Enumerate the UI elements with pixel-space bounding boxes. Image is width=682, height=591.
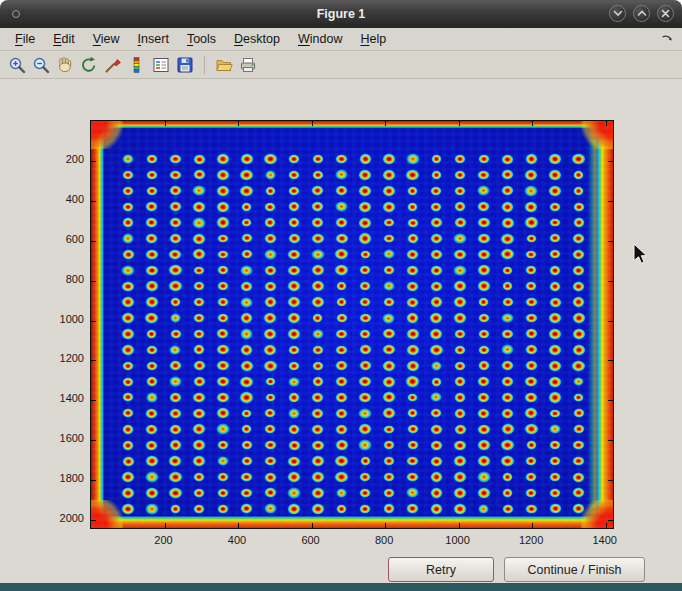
- heat-dot: [241, 409, 252, 419]
- heat-dot: [454, 361, 466, 371]
- heat-dot: [501, 217, 515, 229]
- heat-corner-bottom-left: [91, 500, 123, 528]
- heat-dot: [572, 487, 585, 498]
- heat-dot: [335, 233, 349, 245]
- heat-dot: [430, 249, 443, 260]
- heat-dot: [430, 392, 442, 402]
- heat-dot: [525, 504, 538, 515]
- heat-dot: [454, 329, 465, 339]
- heat-dot: [312, 154, 324, 164]
- heat-dot: [263, 344, 277, 356]
- heat-dot: [572, 249, 585, 260]
- heat-dot: [121, 487, 135, 498]
- heat-dot: [405, 375, 420, 387]
- heat-dot: [477, 376, 490, 387]
- heat-dot: [334, 471, 349, 483]
- heat-dot: [217, 456, 229, 466]
- heat-dot: [477, 439, 491, 451]
- heat-dot: [311, 392, 324, 403]
- heat-dot: [193, 376, 206, 387]
- open-folder-icon[interactable]: [213, 54, 235, 76]
- heat-dot: [572, 456, 585, 467]
- heat-dot: [525, 250, 537, 260]
- heat-dot: [430, 186, 442, 196]
- heat-dot: [572, 472, 585, 483]
- heat-dot: [122, 154, 133, 164]
- heat-dot: [525, 328, 538, 339]
- zoom-in-icon[interactable]: [6, 54, 28, 76]
- print-icon[interactable]: [237, 54, 259, 76]
- heat-dot: [383, 472, 395, 482]
- heat-dot: [121, 281, 135, 292]
- heat-dot: [169, 345, 181, 355]
- heat-dot: [192, 248, 207, 260]
- heat-dot: [311, 424, 324, 435]
- maximize-button[interactable]: [633, 5, 650, 22]
- minimize-button[interactable]: [609, 5, 626, 22]
- close-button[interactable]: [657, 5, 674, 22]
- pan-hand-icon[interactable]: [54, 54, 76, 76]
- heat-dot: [358, 408, 372, 420]
- heat-dot: [359, 504, 371, 514]
- brush-icon[interactable]: [102, 54, 124, 76]
- heat-dot: [454, 345, 466, 355]
- heat-dot: [217, 250, 229, 260]
- menu-file[interactable]: File: [6, 30, 44, 48]
- heat-dot: [287, 296, 301, 308]
- heat-dot: [264, 440, 277, 451]
- zoom-out-icon[interactable]: [30, 54, 52, 76]
- heat-dot: [122, 170, 134, 180]
- heat-dot: [288, 217, 301, 228]
- heat-dot: [525, 472, 537, 482]
- legend-icon[interactable]: [150, 54, 172, 76]
- y-tick-label: 1200: [40, 352, 84, 364]
- heat-dot: [264, 265, 277, 276]
- heat-dot: [382, 376, 396, 388]
- heat-dot: [288, 440, 301, 451]
- heat-edge-top: [91, 121, 613, 128]
- heat-dot: [312, 170, 325, 181]
- heat-dot: [359, 281, 371, 291]
- heat-dot: [525, 265, 537, 275]
- heat-dot: [239, 391, 254, 403]
- titlebar[interactable]: Figure 1: [0, 0, 682, 28]
- colorbar-icon[interactable]: [126, 54, 148, 76]
- heat-dot: [287, 456, 300, 467]
- heat-dot: [431, 377, 443, 387]
- rotate-3d-icon[interactable]: [78, 54, 100, 76]
- menu-desktop[interactable]: Desktop: [225, 30, 289, 48]
- heat-dot: [169, 439, 183, 451]
- heat-dot: [383, 234, 395, 244]
- heat-dot: [407, 186, 418, 196]
- heat-dot: [359, 265, 371, 275]
- heat-dot: [549, 440, 561, 450]
- heat-dot: [192, 439, 206, 451]
- continue-button[interactable]: Continue / Finish: [504, 557, 645, 582]
- heat-dot: [502, 281, 514, 291]
- menu-help[interactable]: Help: [351, 30, 395, 48]
- menu-edit[interactable]: Edit: [44, 30, 84, 48]
- menu-tools[interactable]: Tools: [178, 30, 225, 48]
- save-icon[interactable]: [174, 54, 196, 76]
- heat-dot: [502, 297, 514, 307]
- heat-dot: [358, 376, 372, 387]
- menu-insert[interactable]: Insert: [129, 30, 178, 48]
- plot-axes[interactable]: [90, 120, 614, 529]
- heat-dot: [312, 313, 323, 323]
- heat-dot: [453, 296, 467, 308]
- menu-window[interactable]: Window: [289, 30, 351, 48]
- heat-dot: [168, 455, 182, 467]
- heat-dot: [146, 329, 157, 339]
- heat-edge-left: [91, 121, 104, 528]
- heat-dot: [382, 328, 395, 339]
- heat-dot: [193, 329, 206, 340]
- heat-dot: [383, 425, 394, 435]
- menu-view[interactable]: View: [84, 30, 129, 48]
- heat-dot: [145, 217, 158, 228]
- retry-button[interactable]: Retry: [388, 557, 494, 582]
- heat-dot: [549, 488, 562, 499]
- heat-dot: [571, 153, 586, 165]
- menu-overflow-icon[interactable]: [661, 34, 673, 44]
- heat-dot: [477, 201, 490, 212]
- heat-dot: [145, 233, 158, 244]
